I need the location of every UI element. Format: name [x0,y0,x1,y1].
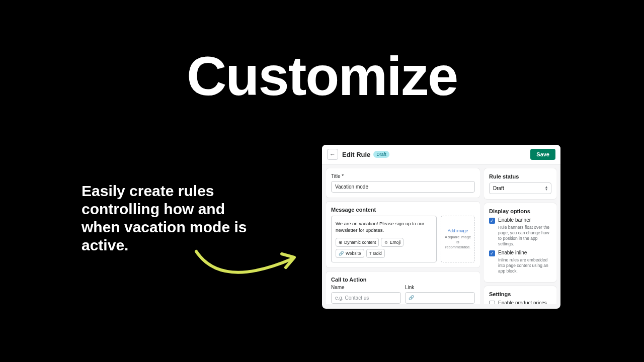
cta-name-input[interactable] [331,292,401,304]
enable-banner-checkbox[interactable]: ✓ [489,218,495,224]
draft-badge: Draft [373,151,389,158]
cta-card: Call to Action Name Link 🔗 [326,272,480,304]
title-card: Title * [326,168,480,198]
message-text: We are on vacation! Please sign up to ou… [336,220,432,234]
website-button[interactable]: 🔗Website [336,249,364,258]
settings-card: Settings Enable product prices Displays … [484,286,556,304]
rule-status-card: Rule status Draft ▴▾ [484,168,556,199]
chevron-updown-icon: ▴▾ [545,186,547,191]
title-input[interactable] [331,181,475,193]
add-image-link[interactable]: Add image [448,228,468,233]
enable-prices-label: Enable product prices [498,300,547,304]
enable-inline-label: Enable inline [498,250,527,255]
cta-name-label: Name [331,285,401,290]
hero-title: Customize [187,44,457,108]
panel-header: ← Edit Rule Draft Save [322,145,560,164]
bold-button[interactable]: TBold [366,249,385,258]
text-icon: T [369,251,372,256]
emoji-icon: ☺ [384,240,388,245]
enable-prices-checkbox[interactable] [489,301,495,304]
enable-banner-label: Enable banner [498,217,531,223]
cta-link-label: Link [405,285,475,290]
banner-help: Rule banners float over the page, you ca… [498,225,551,247]
display-options-card: Display options ✓ Enable banner Rule ban… [484,203,556,282]
edit-rule-panel: ← Edit Rule Draft Save Title * Message c… [322,145,560,309]
enable-inline-checkbox[interactable]: ✓ [489,250,495,256]
arrow-annotation [191,246,302,287]
settings-heading: Settings [489,291,551,297]
add-image-box[interactable]: Add image A square image is recommended. [441,216,475,262]
page-title: Edit Rule [342,151,370,158]
arrow-left-icon: ← [330,151,336,158]
cta-link-input[interactable] [405,292,475,304]
link-icon: 🔗 [409,295,414,300]
link-icon: ⊕ [339,240,343,245]
message-content-card: Message content We are on vacation! Plea… [326,202,480,267]
status-select[interactable]: Draft ▴▾ [489,183,551,194]
emoji-button[interactable]: ☺Emoji [381,238,404,247]
message-editor[interactable]: We are on vacation! Please sign up to ou… [331,216,437,262]
display-heading: Display options [489,208,551,214]
status-heading: Rule status [489,173,551,179]
tagline: Easily create rules controlling how and … [82,182,253,254]
back-button[interactable]: ← [327,149,338,160]
message-heading: Message content [331,207,475,213]
save-button[interactable]: Save [530,149,555,160]
globe-icon: 🔗 [339,251,344,256]
cta-heading: Call to Action [331,277,475,283]
image-note: A square image is recommended. [444,235,471,249]
dynamic-content-button[interactable]: ⊕Dynamic content [336,238,379,247]
inline-help: Inline rules are embedded into page cont… [498,257,551,274]
title-label: Title * [331,173,475,179]
